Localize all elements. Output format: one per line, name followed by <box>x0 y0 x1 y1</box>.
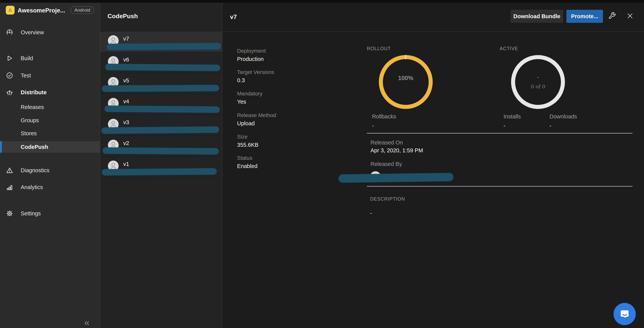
detail-header: v7 Download Bundle Promote... <box>222 3 644 32</box>
field-value: 355.6KB <box>237 141 258 148</box>
app-header: A AwesomeProje... Android <box>0 6 100 15</box>
chat-bubble-icon <box>619 308 630 320</box>
sidebar-item-label: Diagnostics <box>21 165 50 176</box>
redaction-scribble <box>102 85 219 92</box>
play-icon <box>6 54 14 62</box>
active-center-sub: 0 of 0 <box>510 83 566 90</box>
sidebar-item-label: Test <box>21 70 31 81</box>
field-target-versions: Target Versions 0.3 <box>237 69 274 84</box>
app-name[interactable]: AwesomeProje... <box>18 7 65 14</box>
release-row-v2[interactable]: v2 <box>100 136 222 157</box>
sidebar: A AwesomeProje... Android Overview Build… <box>0 3 100 328</box>
warning-triangle-icon <box>6 166 14 174</box>
gear-icon <box>6 210 14 217</box>
release-row-v3[interactable]: v3 <box>100 115 222 136</box>
redaction-scribble <box>102 126 219 134</box>
release-row-v5[interactable]: v5 <box>100 73 222 94</box>
sidebar-item-label: Stores <box>21 128 37 139</box>
release-version-label: v6 <box>123 56 129 63</box>
field-value: Yes <box>237 98 262 105</box>
rollout-donut: 100% <box>378 54 434 110</box>
field-value: Production <box>237 55 266 63</box>
sidebar-item-label: Build <box>21 52 33 64</box>
release-version-label: v7 <box>123 35 129 42</box>
field-value: Enabled <box>237 162 258 170</box>
rollout-ring <box>378 54 434 110</box>
field-status: Status Enabled <box>237 155 258 170</box>
sidebar-item-build[interactable]: Build <box>0 52 100 64</box>
released-on-value: Apr 3, 2020, 1:59 PM <box>370 147 423 154</box>
field-label: Target Versions <box>237 69 274 76</box>
release-version-label: v3 <box>123 118 129 126</box>
field-label: Mandatory <box>237 90 262 97</box>
sidebar-item-analytics[interactable]: Analytics <box>0 181 100 193</box>
field-label: Status <box>237 155 258 162</box>
release-row-v1[interactable]: v1 <box>100 157 222 178</box>
release-list-title: CodePush <box>108 13 138 20</box>
divider <box>367 186 632 187</box>
sidebar-item-label: Settings <box>21 208 41 219</box>
field-label: Deployment <box>237 47 266 54</box>
codepush-release-list: CodePush v7 v6 v5 v4 v3 v2 <box>100 3 222 328</box>
sidebar-item-label: Groups <box>21 115 39 126</box>
divider <box>367 133 632 134</box>
redaction-scribble <box>104 106 220 113</box>
release-list-header: CodePush <box>100 3 222 31</box>
redaction-scribble <box>105 64 220 71</box>
release-version-label: v4 <box>123 97 129 105</box>
rollbacks-value: - <box>372 123 374 129</box>
field-release-method: Release Method Upload <box>237 112 276 127</box>
release-row-v6[interactable]: v6 <box>100 52 222 73</box>
released-by-label: Released By <box>370 161 402 167</box>
app-logo-letter: A <box>8 7 12 13</box>
active-ring <box>510 54 566 110</box>
sidebar-collapse-button[interactable]: « <box>84 317 90 328</box>
sidebar-item-groups[interactable]: Groups <box>0 115 100 126</box>
downloads-label: Downloads <box>550 113 577 120</box>
sidebar-item-diagnostics[interactable]: Diagnostics <box>0 165 100 176</box>
sidebar-item-settings[interactable]: Settings <box>0 208 100 219</box>
platform-badge: Android <box>70 6 94 14</box>
redaction-scribble <box>102 147 219 155</box>
bar-chart-icon <box>6 183 14 191</box>
installs-label: Installs <box>504 113 521 120</box>
field-value: 0.3 <box>237 77 274 84</box>
close-button[interactable] <box>626 12 634 19</box>
app-center-window: A AwesomeProje... Android Overview Build… <box>0 0 644 328</box>
field-value: Upload <box>237 120 276 127</box>
gauge-icon <box>6 28 14 36</box>
sidebar-item-label: Analytics <box>21 181 43 193</box>
description-label: DESCRIPTION <box>370 196 405 202</box>
rollbacks-label: Rollbacks <box>372 113 396 120</box>
sidebar-item-releases[interactable]: Releases <box>0 101 100 113</box>
sidebar-item-test[interactable]: Test <box>0 70 100 81</box>
distribute-icon <box>6 88 14 96</box>
sidebar-item-distribute[interactable]: Distribute <box>0 87 100 98</box>
edit-wrench-button[interactable] <box>608 12 616 19</box>
field-mandatory: Mandatory Yes <box>237 90 262 105</box>
active-center-value: - <box>510 74 566 80</box>
chat-launcher-button[interactable] <box>614 303 636 325</box>
sidebar-item-label: CodePush <box>21 141 48 153</box>
release-version-label: v2 <box>123 139 129 147</box>
promote-button[interactable]: Promote... <box>566 10 603 23</box>
redaction-scribble <box>338 173 454 183</box>
app-logo[interactable]: A <box>6 6 14 14</box>
downloads-value: - <box>550 123 552 129</box>
release-row-v7[interactable]: v7 <box>100 31 222 52</box>
release-title: v7 <box>230 13 237 20</box>
download-bundle-button[interactable]: Download Bundle <box>510 10 563 23</box>
sidebar-item-stores[interactable]: Stores <box>0 128 100 139</box>
window-top-edge <box>0 0 644 3</box>
installs-value: - <box>504 123 506 129</box>
field-deployment: Deployment Production <box>237 47 266 63</box>
sidebar-item-label: Releases <box>21 101 44 113</box>
release-row-v4[interactable]: v4 <box>100 94 222 115</box>
active-donut: - 0 of 0 <box>510 54 566 110</box>
redaction-scribble <box>107 43 221 50</box>
sidebar-item-overview[interactable]: Overview <box>0 27 100 38</box>
sidebar-item-codepush[interactable]: CodePush <box>0 141 100 153</box>
wrench-icon <box>608 12 616 19</box>
release-version-label: v5 <box>123 77 129 84</box>
released-on-label: Released On <box>370 139 403 146</box>
